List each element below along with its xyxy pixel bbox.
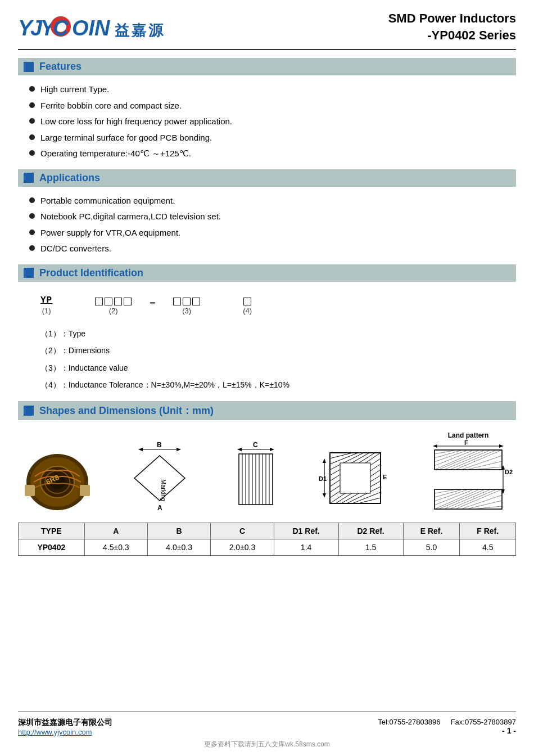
feature-item-3: Low core loss for high frequency power a… — [29, 115, 516, 128]
svg-text:F: F — [464, 439, 468, 446]
website-link[interactable]: http://www.yjycoin.com — [18, 728, 112, 736]
col-a: A — [84, 523, 147, 539]
col-d2: D2 Ref. — [338, 523, 403, 539]
svg-rect-65 — [435, 450, 502, 470]
pid-part2-num: (2) — [109, 307, 118, 315]
pid-part4-num: (4) — [243, 307, 252, 315]
svg-marker-18 — [177, 448, 181, 451]
pid-part2: (2) — [95, 298, 132, 315]
svg-rect-83 — [435, 489, 502, 509]
bullet — [29, 245, 35, 251]
applications-icon — [24, 173, 34, 183]
col-f: F Ref. — [460, 523, 516, 539]
svg-marker-63 — [499, 444, 504, 448]
product-id-section-header: Product Identification — [18, 264, 516, 282]
footer-right: Tel:0755-27803896 Fax:0755-27803897 - 1 … — [378, 718, 516, 735]
feature-item-5: Operating temperature:-40℃ ～+125℃. — [29, 147, 516, 160]
pid-box — [192, 298, 200, 305]
pid-part1: YP (1) — [40, 295, 52, 315]
col-b: B — [147, 523, 210, 539]
svg-marker-24 — [237, 448, 242, 451]
svg-marker-17 — [138, 448, 143, 451]
pid-box — [114, 298, 122, 305]
footer-contact: Tel:0755-27803896 Fax:0755-27803897 — [378, 718, 516, 726]
land-pattern-svg: F — [426, 442, 510, 515]
app-item-3: Power supply for VTR,OA equipment. — [29, 227, 516, 240]
logo-area: Y J Y C OIN 益嘉源 — [18, 13, 147, 41]
applications-list: Portable communication equipment. Notebo… — [29, 195, 516, 259]
pid-box — [243, 298, 251, 305]
applications-section-header: Applications — [18, 169, 516, 187]
pid-yp-num: (1) — [42, 307, 51, 315]
top-view-container: B Marking A — [126, 442, 193, 515]
bullet — [29, 86, 35, 92]
pid-desc-4: （4）：Inductance Tolerance：N=±30%,M=±20%，L… — [40, 379, 516, 391]
page-header: Y J Y C OIN 益嘉源 SMD Power Inductors -YP0… — [18, 10, 516, 50]
cell-d1: 1.4 — [274, 539, 338, 556]
inductor-photo: 6R8 — [24, 451, 91, 515]
land-pattern-container: Land pattern F — [426, 431, 510, 515]
features-section-header: Features — [18, 58, 516, 75]
watermark: 更多资料下载请到五八文库wk.58sms.com — [18, 736, 516, 750]
cell-type: YP0402 — [19, 539, 85, 556]
product-id-icon — [24, 268, 34, 278]
part-number-diagram: YP (1) (2) － (3) — [40, 295, 516, 315]
pid-box — [95, 298, 103, 305]
svg-text:A: A — [157, 504, 162, 512]
svg-text:D1: D1 — [319, 475, 327, 482]
applications-title: Applications — [39, 172, 100, 184]
app-item-4: DC/DC converters. — [29, 242, 516, 255]
svg-marker-20 — [134, 456, 185, 501]
feature-item-4: Large terminal surface for good PCB bond… — [29, 132, 516, 145]
svg-text:OIN: OIN — [72, 16, 111, 40]
pid-desc-2: （2）：Dimensions — [40, 344, 516, 357]
dimensions-table: TYPE A B C D1 Ref. D2 Ref. E Ref. F Ref.… — [18, 523, 516, 556]
top-view-svg: B Marking A — [126, 442, 193, 515]
svg-rect-55 — [340, 463, 370, 493]
pid-box — [173, 298, 181, 305]
svg-text:D2: D2 — [505, 469, 513, 475]
pid-box — [124, 298, 132, 305]
features-list: High current Type. Ferrite bobbin core a… — [29, 83, 516, 164]
col-e: E Ref. — [403, 523, 460, 539]
cell-d2: 1.5 — [338, 539, 403, 556]
footer-left: 深圳市益嘉源电子有限公司 http://www.yjycoin.com — [18, 718, 112, 736]
pid-boxes-3 — [173, 298, 200, 305]
svg-text:E: E — [383, 474, 387, 480]
cross-section-container: D1 E — [319, 442, 392, 515]
feature-item-1: High current Type. — [29, 83, 516, 96]
page-footer: 深圳市益嘉源电子有限公司 http://www.yjycoin.com Tel:… — [18, 712, 516, 736]
page-number: - 1 - — [378, 726, 516, 735]
cell-a: 4.5±0.3 — [84, 539, 147, 556]
app-item-1: Portable communication equipment. — [29, 195, 516, 208]
col-c: C — [211, 523, 274, 539]
shapes-title: Shapes and Dimensions (Unit：mm) — [39, 404, 214, 417]
pid-box — [105, 298, 112, 305]
pid-part3-num: (3) — [182, 307, 191, 315]
svg-marker-58 — [323, 493, 326, 498]
cell-c: 2.0±0.3 — [211, 539, 274, 556]
svg-marker-25 — [270, 448, 274, 451]
svg-text:C: C — [53, 16, 69, 40]
bullet — [29, 102, 35, 108]
inductor-photo-svg: 6R8 — [24, 451, 91, 513]
pid-box — [183, 298, 191, 305]
bullet — [29, 197, 35, 203]
shapes-section-header: Shapes and Dimensions (Unit：mm) — [18, 401, 516, 420]
pid-desc-3: （3）：Inductance value — [40, 362, 516, 374]
pid-boxes-1 — [243, 298, 251, 305]
footer-fax: Fax:0755-27803897 — [451, 718, 516, 726]
cross-section-svg: D1 E — [319, 442, 392, 515]
pid-part4: (4) — [243, 298, 252, 315]
pid-part3: (3) — [173, 298, 200, 315]
app-item-2: Notebook PC,digital carmera,LCD televisi… — [29, 210, 516, 223]
svg-rect-15 — [80, 485, 90, 496]
svg-rect-14 — [25, 485, 35, 496]
pid-desc-1: （1）：Type — [40, 327, 516, 340]
shapes-diagrams: 6R8 B Marking A — [18, 431, 516, 515]
svg-text:益嘉源: 益嘉源 — [115, 22, 165, 39]
svg-marker-57 — [323, 458, 326, 463]
svg-text:B: B — [157, 441, 162, 449]
pid-boxes-4 — [95, 298, 132, 305]
part-number-descriptions: （1）：Type （2）：Dimensions （3）：Inductance v… — [40, 327, 516, 396]
